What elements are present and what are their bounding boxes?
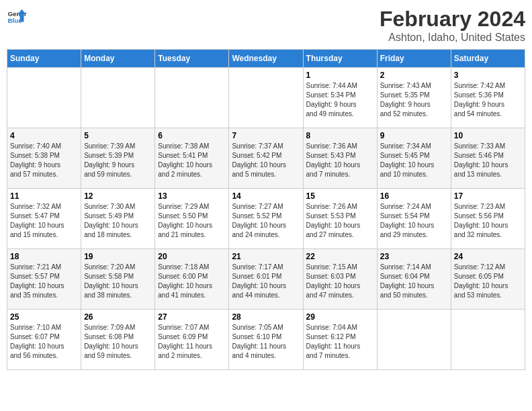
calendar-day-cell: 18Sunrise: 7:21 AMSunset: 5:57 PMDayligh… xyxy=(7,249,81,310)
day-of-week-header: Wednesday xyxy=(229,50,303,68)
day-detail: Sunrise: 7:36 AMSunset: 5:43 PMDaylight:… xyxy=(306,142,374,179)
day-number: 8 xyxy=(306,131,374,140)
day-number: 9 xyxy=(380,131,448,140)
calendar-day-cell xyxy=(229,68,303,128)
day-number: 4 xyxy=(10,131,78,140)
calendar-header-row: SundayMondayTuesdayWednesdayThursdayFrid… xyxy=(7,50,525,68)
day-detail: Sunrise: 7:23 AMSunset: 5:56 PMDaylight:… xyxy=(454,202,522,240)
day-of-week-header: Sunday xyxy=(7,50,81,68)
day-number: 27 xyxy=(158,312,226,322)
day-number: 2 xyxy=(380,71,448,80)
day-detail: Sunrise: 7:44 AMSunset: 5:34 PMDaylight:… xyxy=(306,81,374,119)
calendar-week-row: 18Sunrise: 7:21 AMSunset: 5:57 PMDayligh… xyxy=(7,249,525,310)
day-detail: Sunrise: 7:18 AMSunset: 6:00 PMDaylight:… xyxy=(158,263,226,300)
calendar-day-cell: 29Sunrise: 7:04 AMSunset: 6:12 PMDayligh… xyxy=(303,310,377,370)
logo-icon: General Blue xyxy=(7,7,27,27)
day-number: 11 xyxy=(10,191,78,201)
day-detail: Sunrise: 7:14 AMSunset: 6:04 PMDaylight:… xyxy=(380,263,448,300)
calendar-day-cell: 25Sunrise: 7:10 AMSunset: 6:07 PMDayligh… xyxy=(7,310,81,370)
day-detail: Sunrise: 7:34 AMSunset: 5:45 PMDaylight:… xyxy=(380,142,448,179)
day-detail: Sunrise: 7:04 AMSunset: 6:12 PMDaylight:… xyxy=(306,323,374,361)
calendar-day-cell: 10Sunrise: 7:33 AMSunset: 5:46 PMDayligh… xyxy=(451,128,525,189)
calendar-week-row: 4Sunrise: 7:40 AMSunset: 5:38 PMDaylight… xyxy=(7,128,525,189)
calendar-day-cell xyxy=(451,310,525,370)
day-number: 7 xyxy=(232,131,300,140)
day-detail: Sunrise: 7:17 AMSunset: 6:01 PMDaylight:… xyxy=(232,263,300,300)
day-detail: Sunrise: 7:29 AMSunset: 5:50 PMDaylight:… xyxy=(158,202,226,240)
day-detail: Sunrise: 7:30 AMSunset: 5:49 PMDaylight:… xyxy=(84,202,152,240)
day-detail: Sunrise: 7:27 AMSunset: 5:52 PMDaylight:… xyxy=(232,202,300,240)
calendar-day-cell xyxy=(377,310,451,370)
day-number: 24 xyxy=(454,252,522,261)
calendar-week-row: 1Sunrise: 7:44 AMSunset: 5:34 PMDaylight… xyxy=(7,68,525,128)
day-detail: Sunrise: 7:26 AMSunset: 5:53 PMDaylight:… xyxy=(306,202,374,240)
calendar-day-cell: 24Sunrise: 7:12 AMSunset: 6:05 PMDayligh… xyxy=(451,249,525,310)
calendar-day-cell: 12Sunrise: 7:30 AMSunset: 5:49 PMDayligh… xyxy=(81,189,155,249)
day-detail: Sunrise: 7:38 AMSunset: 5:41 PMDaylight:… xyxy=(158,142,226,179)
day-detail: Sunrise: 7:09 AMSunset: 6:08 PMDaylight:… xyxy=(84,323,152,361)
calendar-day-cell: 15Sunrise: 7:26 AMSunset: 5:53 PMDayligh… xyxy=(303,189,377,249)
day-number: 16 xyxy=(380,191,448,201)
day-number: 28 xyxy=(232,312,300,322)
day-number: 20 xyxy=(158,252,226,261)
day-detail: Sunrise: 7:33 AMSunset: 5:46 PMDaylight:… xyxy=(454,142,522,179)
day-detail: Sunrise: 7:05 AMSunset: 6:10 PMDaylight:… xyxy=(232,323,300,361)
day-number: 6 xyxy=(158,131,226,140)
page-header: General Blue February 2024 Ashton, Idaho… xyxy=(7,7,525,44)
logo: General Blue xyxy=(7,7,27,27)
day-detail: Sunrise: 7:32 AMSunset: 5:47 PMDaylight:… xyxy=(10,202,78,240)
calendar-subtitle: Ashton, Idaho, United States xyxy=(380,32,525,44)
calendar-week-row: 11Sunrise: 7:32 AMSunset: 5:47 PMDayligh… xyxy=(7,189,525,249)
day-detail: Sunrise: 7:37 AMSunset: 5:42 PMDaylight:… xyxy=(232,142,300,179)
day-detail: Sunrise: 7:40 AMSunset: 5:38 PMDaylight:… xyxy=(10,142,78,179)
day-number: 22 xyxy=(306,252,374,261)
calendar-title: February 2024 xyxy=(380,7,525,32)
day-number: 15 xyxy=(306,191,374,201)
day-number: 12 xyxy=(84,191,152,201)
calendar-day-cell: 8Sunrise: 7:36 AMSunset: 5:43 PMDaylight… xyxy=(303,128,377,189)
day-number: 26 xyxy=(84,312,152,322)
calendar-day-cell xyxy=(155,68,229,128)
calendar-day-cell: 7Sunrise: 7:37 AMSunset: 5:42 PMDaylight… xyxy=(229,128,303,189)
calendar-day-cell: 4Sunrise: 7:40 AMSunset: 5:38 PMDaylight… xyxy=(7,128,81,189)
day-number: 23 xyxy=(380,252,448,261)
calendar-day-cell: 20Sunrise: 7:18 AMSunset: 6:00 PMDayligh… xyxy=(155,249,229,310)
calendar-day-cell: 14Sunrise: 7:27 AMSunset: 5:52 PMDayligh… xyxy=(229,189,303,249)
calendar-day-cell: 21Sunrise: 7:17 AMSunset: 6:01 PMDayligh… xyxy=(229,249,303,310)
calendar-week-row: 25Sunrise: 7:10 AMSunset: 6:07 PMDayligh… xyxy=(7,310,525,370)
calendar-day-cell: 11Sunrise: 7:32 AMSunset: 5:47 PMDayligh… xyxy=(7,189,81,249)
calendar-day-cell: 6Sunrise: 7:38 AMSunset: 5:41 PMDaylight… xyxy=(155,128,229,189)
day-detail: Sunrise: 7:12 AMSunset: 6:05 PMDaylight:… xyxy=(454,263,522,300)
day-of-week-header: Thursday xyxy=(303,50,377,68)
day-of-week-header: Tuesday xyxy=(155,50,229,68)
calendar-day-cell: 17Sunrise: 7:23 AMSunset: 5:56 PMDayligh… xyxy=(451,189,525,249)
day-number: 21 xyxy=(232,252,300,261)
day-detail: Sunrise: 7:24 AMSunset: 5:54 PMDaylight:… xyxy=(380,202,448,240)
day-number: 19 xyxy=(84,252,152,261)
calendar-day-cell xyxy=(81,68,155,128)
calendar-day-cell: 27Sunrise: 7:07 AMSunset: 6:09 PMDayligh… xyxy=(155,310,229,370)
calendar-day-cell: 13Sunrise: 7:29 AMSunset: 5:50 PMDayligh… xyxy=(155,189,229,249)
day-detail: Sunrise: 7:20 AMSunset: 5:58 PMDaylight:… xyxy=(84,263,152,300)
day-detail: Sunrise: 7:21 AMSunset: 5:57 PMDaylight:… xyxy=(10,263,78,300)
day-of-week-header: Friday xyxy=(377,50,451,68)
day-detail: Sunrise: 7:15 AMSunset: 6:03 PMDaylight:… xyxy=(306,263,374,300)
day-detail: Sunrise: 7:42 AMSunset: 5:36 PMDaylight:… xyxy=(454,81,522,119)
calendar-day-cell: 16Sunrise: 7:24 AMSunset: 5:54 PMDayligh… xyxy=(377,189,451,249)
calendar-day-cell: 19Sunrise: 7:20 AMSunset: 5:58 PMDayligh… xyxy=(81,249,155,310)
calendar-day-cell: 1Sunrise: 7:44 AMSunset: 5:34 PMDaylight… xyxy=(303,68,377,128)
day-number: 5 xyxy=(84,131,152,140)
day-number: 3 xyxy=(454,71,522,80)
calendar-day-cell: 28Sunrise: 7:05 AMSunset: 6:10 PMDayligh… xyxy=(229,310,303,370)
day-detail: Sunrise: 7:43 AMSunset: 5:35 PMDaylight:… xyxy=(380,81,448,119)
day-of-week-header: Saturday xyxy=(451,50,525,68)
calendar-table: SundayMondayTuesdayWednesdayThursdayFrid… xyxy=(7,49,525,370)
day-number: 13 xyxy=(158,191,226,201)
day-detail: Sunrise: 7:07 AMSunset: 6:09 PMDaylight:… xyxy=(158,323,226,361)
calendar-day-cell: 3Sunrise: 7:42 AMSunset: 5:36 PMDaylight… xyxy=(451,68,525,128)
day-number: 14 xyxy=(232,191,300,201)
calendar-day-cell: 23Sunrise: 7:14 AMSunset: 6:04 PMDayligh… xyxy=(377,249,451,310)
day-number: 25 xyxy=(10,312,78,322)
day-number: 10 xyxy=(454,131,522,140)
calendar-day-cell: 5Sunrise: 7:39 AMSunset: 5:39 PMDaylight… xyxy=(81,128,155,189)
